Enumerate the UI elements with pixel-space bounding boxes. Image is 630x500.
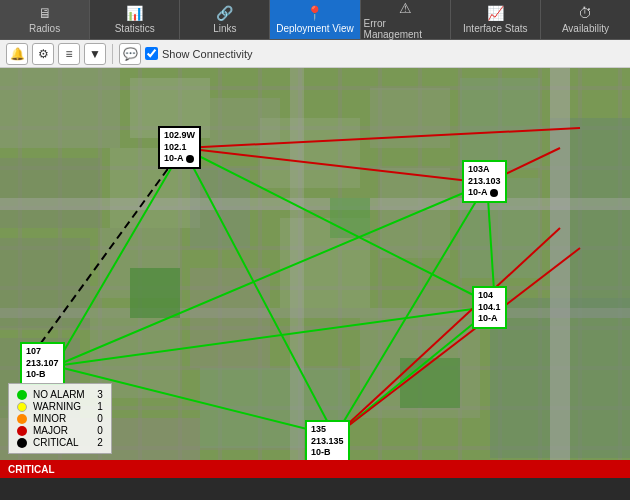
- legend-warning: WARNING 1: [17, 401, 103, 412]
- nav-statistics[interactable]: 📊 Statistics: [90, 0, 180, 39]
- list-button[interactable]: ≡: [58, 43, 80, 65]
- nav-availability-label: Availability: [562, 23, 609, 34]
- show-connectivity-label: Show Connectivity: [162, 48, 253, 60]
- node-4-label[interactable]: 107213.10710-B: [20, 342, 65, 385]
- svg-line-48: [30, 148, 183, 358]
- settings-button[interactable]: ⚙: [32, 43, 54, 65]
- status-text: CRITICAL: [8, 464, 55, 475]
- major-dot: [17, 426, 27, 436]
- top-navigation: 🖥 Radios 📊 Statistics 🔗 Links 📍 Deployme…: [0, 0, 630, 40]
- minor-dot: [17, 414, 27, 424]
- legend-major: MAJOR 0: [17, 425, 103, 436]
- minor-count: 0: [91, 413, 103, 424]
- deployment-icon: 📍: [306, 5, 323, 21]
- nav-links-label: Links: [213, 23, 236, 34]
- nav-error-label: Error Management: [364, 18, 447, 40]
- svg-line-43: [183, 148, 487, 183]
- nav-radios[interactable]: 🖥 Radios: [0, 0, 90, 39]
- filter-button[interactable]: ▼: [84, 43, 106, 65]
- legend-critical: CRITICAL 2: [17, 437, 103, 448]
- major-count: 0: [91, 425, 103, 436]
- svg-line-36: [183, 148, 335, 436]
- svg-line-37: [55, 183, 487, 366]
- radios-icon: 🖥: [38, 5, 52, 21]
- svg-line-40: [55, 306, 495, 366]
- bell-button[interactable]: 🔔: [6, 43, 28, 65]
- search-button[interactable]: 💬: [119, 43, 141, 65]
- interface-icon: 📈: [487, 5, 504, 21]
- warning-count: 1: [91, 401, 103, 412]
- no-alarm-label: NO ALARM: [33, 389, 85, 400]
- node-3-label[interactable]: 104104.110-A: [472, 286, 507, 329]
- warning-label: WARNING: [33, 401, 81, 412]
- nav-deployment-label: Deployment View: [276, 23, 354, 34]
- map-legend: NO ALARM 3 WARNING 1 MINOR 0 MAJOR 0 CRI…: [8, 383, 112, 454]
- map-toolbar: 🔔 ⚙ ≡ ▼ 💬 Show Connectivity: [0, 40, 630, 68]
- svg-line-35: [183, 148, 495, 306]
- nav-interface-label: Interface Stats: [463, 23, 527, 34]
- warning-dot: [17, 402, 27, 412]
- minor-label: MINOR: [33, 413, 66, 424]
- links-icon: 🔗: [216, 5, 233, 21]
- separator-1: [112, 44, 113, 64]
- nav-statistics-label: Statistics: [115, 23, 155, 34]
- statistics-icon: 📊: [126, 5, 143, 21]
- show-connectivity-checkbox[interactable]: [145, 47, 158, 60]
- critical-label: CRITICAL: [33, 437, 79, 448]
- no-alarm-count: 3: [91, 389, 103, 400]
- major-label: MAJOR: [33, 425, 68, 436]
- nav-interface-stats[interactable]: 📈 Interface Stats: [451, 0, 541, 39]
- node-2-label[interactable]: 103A213.10310-A: [462, 160, 507, 203]
- critical-count: 2: [91, 437, 103, 448]
- node-5-label[interactable]: 135213.13510-B: [305, 420, 350, 460]
- error-icon: ⚠: [399, 0, 412, 16]
- svg-line-45: [183, 128, 580, 148]
- nav-error-management[interactable]: ⚠ Error Management: [361, 0, 451, 39]
- nav-availability[interactable]: ⏱ Availability: [541, 0, 630, 39]
- legend-no-alarm: NO ALARM 3: [17, 389, 103, 400]
- svg-line-47: [335, 248, 580, 436]
- nav-links[interactable]: 🔗 Links: [180, 0, 270, 39]
- legend-minor: MINOR 0: [17, 413, 103, 424]
- nav-radios-label: Radios: [29, 23, 60, 34]
- availability-icon: ⏱: [578, 5, 592, 21]
- node-1-label[interactable]: 102.9W102.110-A: [158, 126, 201, 169]
- svg-line-46: [335, 228, 560, 436]
- critical-dot: [17, 438, 27, 448]
- no-alarm-dot: [17, 390, 27, 400]
- status-bar: CRITICAL: [0, 460, 630, 478]
- nav-deployment-view[interactable]: 📍 Deployment View: [270, 0, 360, 39]
- map-container[interactable]: 102.9W102.110-A 103A213.10310-A 104104.1…: [0, 68, 630, 460]
- svg-line-34: [55, 148, 183, 366]
- show-connectivity-control[interactable]: Show Connectivity: [145, 47, 253, 60]
